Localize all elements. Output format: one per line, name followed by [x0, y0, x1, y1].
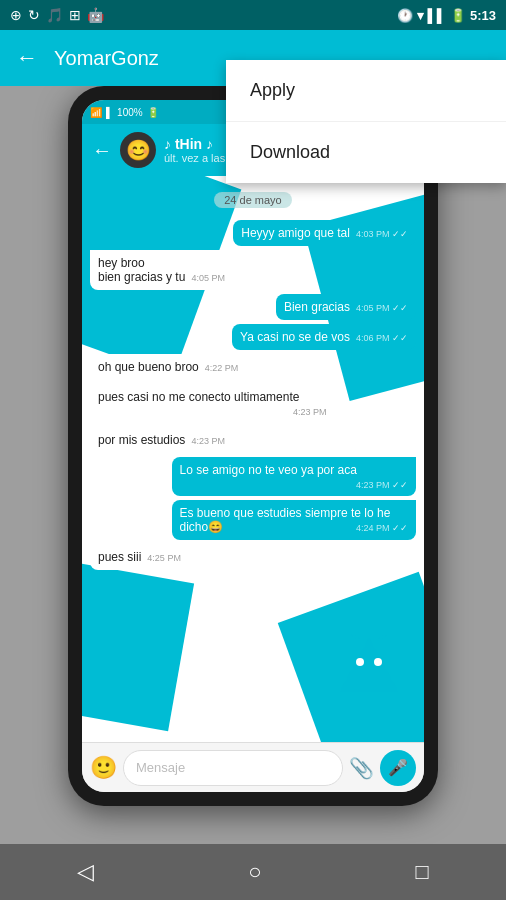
- chat-body: 24 de mayo Heyyy amigo que tal 4:03 PM ✓…: [82, 176, 424, 742]
- message-row: Lo se amigo no te veo ya por aca 4:23 PM…: [90, 457, 416, 496]
- svg-point-2: [374, 658, 382, 666]
- nav-bar: ◁ ○ □: [0, 844, 506, 900]
- svg-line-4: [379, 634, 386, 640]
- message-bubble: Ya casi no se de vos 4:06 PM ✓✓: [232, 324, 416, 350]
- nav-home-button[interactable]: ○: [248, 859, 261, 885]
- message-bubble: Lo se amigo no te veo ya por aca 4:23 PM…: [172, 457, 417, 496]
- message-row: Bien gracias 4:05 PM ✓✓: [90, 294, 416, 320]
- alarm-icon: ⊕: [10, 7, 22, 23]
- status-bar: ⊕ ↻ 🎵 ⊞ 🤖 🕐 ▾ ▌▌ 🔋 5:13: [0, 0, 506, 30]
- messages-container: 24 de mayo Heyyy amigo que tal 4:03 PM ✓…: [82, 176, 424, 576]
- dropdown-menu: Apply Download: [226, 60, 506, 183]
- back-button[interactable]: ←: [16, 45, 38, 71]
- dropdown-apply[interactable]: Apply: [226, 60, 506, 122]
- phone-wifi-icon: 📶: [90, 107, 102, 118]
- message-row: Es bueno que estudies siempre te lo he d…: [90, 500, 416, 540]
- mic-button[interactable]: 🎤: [380, 750, 416, 786]
- signal-icon: ▌▌: [428, 8, 446, 23]
- message-bubble: pues siii 4:25 PM: [90, 544, 189, 570]
- status-icons-left: ⊕ ↻ 🎵 ⊞ 🤖: [10, 7, 104, 23]
- avatar: 😊: [120, 132, 156, 168]
- message-bubble: Bien gracias 4:05 PM ✓✓: [276, 294, 416, 320]
- svg-line-3: [352, 634, 359, 640]
- message-row: pues siii 4:25 PM: [90, 544, 416, 570]
- status-time: 5:13: [470, 8, 496, 23]
- chat-input-bar: 🙂 Mensaje 📎 🎤: [82, 742, 424, 792]
- status-right: 🕐 ▾ ▌▌ 🔋 5:13: [397, 8, 496, 23]
- battery-icon: 🔋: [450, 8, 466, 23]
- svg-point-1: [356, 658, 364, 666]
- message-row: hey broo bien gracias y tu 4:05 PM: [90, 250, 416, 290]
- phone-wrapper: 📶 ▌ 100% 🔋 03:39 PM ← 😊 ♪ tHin ♪ últ. ve…: [68, 86, 438, 806]
- phone-battery-icon: 🔋: [147, 107, 159, 118]
- refresh-icon: ↻: [28, 7, 40, 23]
- message-bubble: oh que bueno broo 4:22 PM: [90, 354, 246, 380]
- nav-recent-button[interactable]: □: [416, 859, 429, 885]
- message-bubble: Es bueno que estudies siempre te lo he d…: [172, 500, 417, 540]
- message-bubble: pues casi no me conecto ultimamente 4:23…: [90, 384, 335, 423]
- message-bubble: por mis estudios 4:23 PM: [90, 427, 233, 453]
- phone-screen: 📶 ▌ 100% 🔋 03:39 PM ← 😊 ♪ tHin ♪ últ. ve…: [82, 100, 424, 792]
- message-bubble: Heyyy amigo que tal 4:03 PM ✓✓: [233, 220, 416, 246]
- attach-button[interactable]: 📎: [349, 756, 374, 780]
- bg-shape-3: [82, 563, 194, 732]
- message-row: Heyyy amigo que tal 4:03 PM ✓✓: [90, 220, 416, 246]
- phone-signal-icon: ▌: [106, 107, 113, 118]
- clock-icon: 🕐: [397, 8, 413, 23]
- message-input[interactable]: Mensaje: [123, 750, 343, 786]
- svg-marker-0: [339, 637, 399, 692]
- android-mascot: [334, 632, 404, 702]
- nav-back-button[interactable]: ◁: [77, 859, 94, 885]
- grid-icon: ⊞: [69, 7, 81, 23]
- message-row: por mis estudios 4:23 PM: [90, 427, 416, 453]
- phone-battery-pct: 100%: [117, 107, 143, 118]
- wifi-icon: ▾: [417, 8, 424, 23]
- date-separator: 24 de mayo: [90, 190, 416, 208]
- message-row: oh que bueno broo 4:22 PM: [90, 354, 416, 380]
- chat-back-button[interactable]: ←: [92, 139, 112, 162]
- mic-icon: 🎤: [388, 758, 408, 777]
- spotify-icon: 🎵: [46, 7, 63, 23]
- message-bubble: hey broo bien gracias y tu 4:05 PM: [90, 250, 233, 290]
- dropdown-download[interactable]: Download: [226, 122, 506, 183]
- phone-outer: 📶 ▌ 100% 🔋 03:39 PM ← 😊 ♪ tHin ♪ últ. ve…: [68, 86, 438, 806]
- android-icon: 🤖: [87, 7, 104, 23]
- emoji-button[interactable]: 🙂: [90, 755, 117, 781]
- message-row: pues casi no me conecto ultimamente 4:23…: [90, 384, 416, 423]
- message-row: Ya casi no se de vos 4:06 PM ✓✓: [90, 324, 416, 350]
